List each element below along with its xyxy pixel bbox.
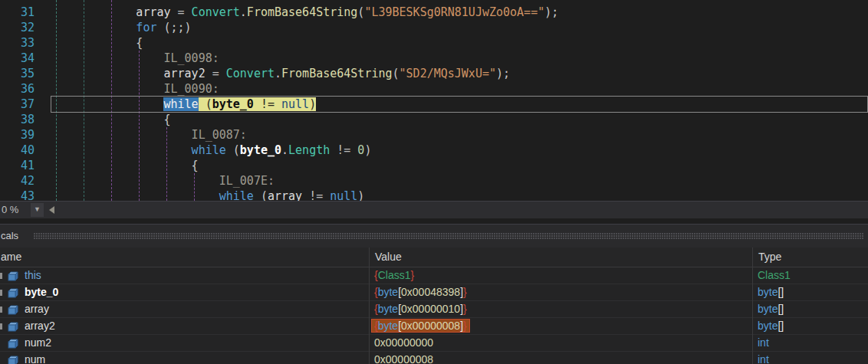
code-token: FromBase64String [281, 67, 393, 80]
locals-panel: cals ame Value Type this{Class1}Class1by… [0, 224, 868, 364]
code-token: Convert [192, 5, 240, 19]
variable-name: array2 [25, 318, 55, 334]
variable-box-icon [7, 355, 20, 364]
code-text: array = Convert.FromBase64String("L39BES… [53, 5, 558, 20]
code-token: != [302, 189, 330, 201]
code-token: ) [364, 143, 371, 157]
locals-row-num2[interactable]: num20x00000000int [0, 335, 868, 352]
code-token: byte_0 [240, 143, 281, 157]
code-token: ( [199, 97, 212, 111]
value-token: 0x00048398 [401, 286, 460, 298]
code-token: for [136, 21, 156, 34]
code-lines: 31array = Convert.FromBase64String("L39B… [0, 0, 868, 201]
code-text: IL_007E: [53, 173, 275, 189]
variable-value: 0x00000008 [374, 352, 433, 364]
locals-row-this[interactable]: this{Class1}Class1 [0, 267, 868, 284]
horizontal-scrollbar[interactable]: 0 % ▼ [0, 201, 868, 218]
code-token: Length [288, 143, 330, 157]
variable-name: num2 [25, 335, 51, 351]
code-text: while (byte_0 != null) [53, 97, 316, 112]
variable-type: Class1 [758, 267, 791, 284]
code-line-33[interactable]: 33{ [0, 35, 868, 51]
column-header-value[interactable]: Value [375, 248, 402, 267]
code-line-32[interactable]: 32for (;;) [0, 20, 868, 35]
variable-name: num [25, 352, 45, 364]
code-token: ( [226, 143, 240, 157]
code-token: . [275, 67, 281, 80]
column-separator[interactable] [752, 248, 753, 364]
locals-header-row: ame Value Type [0, 248, 868, 267]
type-token: byte [758, 303, 778, 315]
type-token: int [758, 336, 769, 349]
value-token: 0x00000008 [374, 353, 433, 364]
code-line-41[interactable]: 41{ [0, 158, 868, 173]
line-number: 43 [0, 189, 35, 201]
code-token: = [205, 67, 226, 80]
code-line-36[interactable]: 36IL_0090: [0, 81, 868, 97]
line-number: 36 [0, 81, 35, 97]
code-line-35[interactable]: 35array2 = Convert.FromBase64String("SD2… [0, 66, 868, 81]
line-number: 33 [0, 35, 35, 51]
code-token: ); [544, 5, 558, 19]
type-token: byte [758, 320, 778, 332]
code-token: ) [309, 97, 316, 111]
locals-row-byte_0[interactable]: byte_0{byte[0x00048398]}byte[] [0, 284, 868, 301]
expander-icon[interactable] [0, 273, 2, 279]
variable-type: byte[] [758, 284, 784, 300]
locals-row-num[interactable]: num0x00000008int [0, 352, 868, 364]
line-number: 38 [0, 112, 35, 127]
scroll-left-arrow-icon[interactable] [49, 206, 54, 214]
code-editor[interactable]: 31array = Convert.FromBase64String("L39B… [0, 0, 868, 201]
code-line-38[interactable]: 38{ [0, 112, 868, 127]
type-token: byte [758, 286, 778, 298]
value-token: byte [378, 286, 398, 298]
expander-icon[interactable] [0, 323, 2, 330]
column-header-name[interactable]: ame [1, 248, 21, 267]
code-line-39[interactable]: 39IL_0087: [0, 127, 868, 143]
zoom-dropdown-button[interactable]: ▼ [31, 203, 44, 217]
variable-name: this [25, 267, 41, 284]
code-token: byte_0 [212, 97, 254, 111]
column-separator[interactable] [369, 248, 370, 364]
code-token: while [219, 189, 254, 201]
code-token: != [254, 97, 281, 111]
code-token: ( [393, 67, 399, 80]
value-token: } [463, 303, 467, 315]
line-number: 37 [0, 97, 35, 112]
zoom-level-combo[interactable]: 0 % [0, 202, 30, 218]
code-line-42[interactable]: 42IL_007E: [0, 173, 868, 189]
type-token: [] [778, 286, 784, 298]
code-line-43[interactable]: 43while (array != null) [0, 189, 868, 201]
type-token: Class1 [758, 269, 791, 281]
value-token: byte [378, 320, 398, 332]
variable-value: 0x00000000 [374, 335, 433, 351]
line-number: 40 [0, 143, 35, 158]
code-token: IL_0098: [163, 51, 219, 65]
locals-panel-titlebar[interactable]: cals [0, 225, 868, 248]
locals-row-array[interactable]: array{byte[0x00000010]}byte[] [0, 301, 868, 318]
type-token: [] [778, 303, 784, 315]
line-number: 31 [0, 5, 35, 20]
locals-row-array2[interactable]: array2{byte[0x00000008]}byte[] [0, 318, 868, 335]
column-header-type[interactable]: Type [758, 248, 781, 267]
variable-type: byte[] [758, 318, 784, 334]
code-text: { [53, 35, 143, 51]
expander-icon[interactable] [0, 290, 2, 296]
code-line-34[interactable]: 34IL_0098: [0, 51, 868, 66]
code-token: FromBase64String [247, 5, 358, 19]
code-token: (;;) [156, 21, 191, 34]
code-token: . [281, 143, 288, 157]
variable-type: byte[] [758, 301, 784, 317]
variable-value: {Class1} [374, 267, 414, 284]
code-line-31[interactable]: 31array = Convert.FromBase64String("L39B… [0, 5, 868, 20]
changed-value-highlight: {byte[0x00000008]} [371, 319, 470, 333]
code-text: IL_0090: [53, 81, 219, 97]
panel-gap [0, 218, 868, 224]
code-text: for (;;) [53, 20, 192, 35]
code-token: != [330, 143, 357, 157]
expander-icon[interactable] [0, 307, 2, 313]
code-text: while (byte_0.Length != 0) [53, 143, 371, 158]
value-token: } [410, 269, 414, 281]
code-line-40[interactable]: 40while (byte_0.Length != 0) [0, 143, 868, 158]
code-line-37[interactable]: 37while (byte_0 != null) [0, 97, 868, 112]
